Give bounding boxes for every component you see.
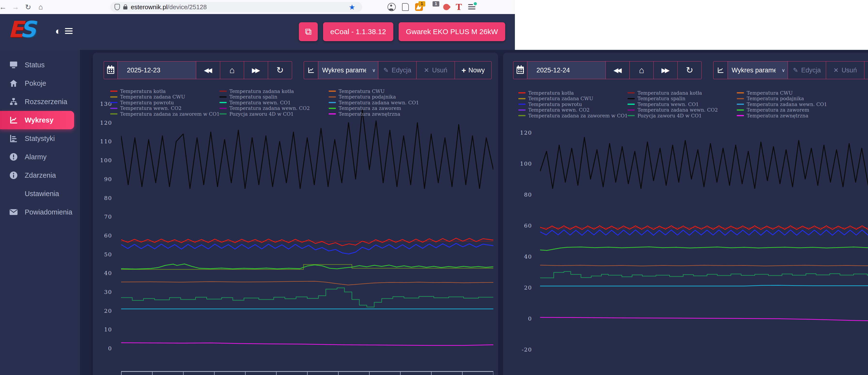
legend-swatch [110,91,118,92]
account-icon[interactable] [388,3,396,11]
legend-item: Temperatura zadana CWU [110,94,219,100]
legend-swatch [627,104,635,105]
today-button[interactable]: ⌂ [220,62,244,79]
sidebar-item-status[interactable]: Status [0,56,80,74]
legend-swatch [518,92,526,93]
tracking-shield-icon[interactable] [115,4,120,10]
sidebar-item-alarmy[interactable]: Alarmy [0,148,80,166]
unrendered-region [515,0,868,50]
chart-plot[interactable] [540,133,868,350]
prev-day-button[interactable]: ◀◀ [606,62,629,79]
series-podajnika [540,265,868,266]
chart-type-button[interactable] [713,62,727,79]
prev-day-button[interactable]: ◀◀ [196,62,220,79]
legend-swatch [219,91,227,92]
refresh-button[interactable]: ↻ [677,62,702,79]
plus-icon: + [461,66,466,75]
url-bar[interactable]: esterownik.pl/device/25128 ★ [110,2,362,12]
y-tick-label: 100 [505,160,532,167]
legend-label: Temperatura zadana wewn. CO1 [747,101,827,107]
extension-icon[interactable] [402,3,409,11]
legend-swatch [518,98,526,99]
y-tick-label: 130 [95,100,112,107]
device-name-button[interactable]: Gwarek EKO PLUS M 26kW [399,22,505,41]
legend-label: Temperatura kotła [528,90,574,96]
today-button[interactable]: ⌂ [629,62,653,79]
delete-chart-button[interactable]: ✕Usuń [416,62,455,79]
sidebar-item-zdarzenia[interactable]: Zdarzenia [0,166,80,185]
sidebar-collapse-icon[interactable] [65,27,73,35]
new-chart-button[interactable]: +Nowy [864,62,868,79]
legend-swatch [737,98,744,99]
copy-device-button[interactable]: ⧉ [299,22,318,41]
calendar-button[interactable] [104,62,118,79]
series-pozycja-zaworu [121,288,493,307]
legend-item: Temperatura powrotu [110,100,219,105]
y-tick-label: 60 [95,232,112,239]
legend-item: Temperatura powrotu [518,101,627,107]
sidebar-item-statystyki[interactable]: Statystyki [0,129,80,148]
calendar-button[interactable] [514,62,527,79]
date-input[interactable]: 2025-12-23 [118,62,196,79]
browser-reload-icon[interactable]: ↻ [22,3,34,11]
next-day-button[interactable]: ▶▶ [244,62,268,79]
y-tick-label: 80 [95,195,112,201]
series-powrotu [121,244,493,254]
sidebar-item-rozszerzenia[interactable]: Rozszerzenia [0,92,80,111]
home-icon [9,80,19,87]
alert-circle-icon [9,153,19,161]
t-extension-icon[interactable]: T [456,3,462,11]
browser-back-icon[interactable]: ← [0,3,9,11]
legend-swatch [627,110,635,111]
sidebar-item-wykresy[interactable]: Wykresy [0,111,74,129]
y-tick-label: -20 [505,346,532,353]
chart-line-icon [9,116,19,124]
adblock-shield-icon[interactable]: w 1 [429,3,437,11]
browser-home-icon[interactable]: ⌂ [34,3,47,11]
firmware-version-button[interactable]: eCoal - 1.1.38.12 [323,22,393,41]
legend-swatch [737,110,744,111]
legend-swatch [737,115,744,116]
lock-icon[interactable] [123,6,127,9]
date-input[interactable]: 2025-12-24 [527,62,606,79]
chart-toolbar: 2025-12-23 ◀◀ ⌂ ▶▶ ↻ Wykres parametr∨ ✎E… [93,61,498,79]
refresh-button[interactable]: ↻ [268,62,292,79]
series-spalin [121,110,493,188]
browser-forward-icon[interactable]: → [9,3,22,11]
edit-chart-button[interactable]: ✎Edycja [787,62,826,79]
sidebar-item-powiadomienia[interactable]: Powiadomienia [0,203,80,221]
series-powrotu [540,230,868,235]
legend-item: Temperatura kotła [110,88,219,94]
y-tick-label: 0 [95,345,112,352]
chart-type-button[interactable] [304,62,318,79]
y-tick-label: 70 [95,213,112,220]
fox-extension-icon[interactable]: 1 [415,3,423,11]
sidebar-item-pokoje[interactable]: Pokoje [0,74,80,92]
legend-item: Temperatura zadana za zaworem w CO1 [110,111,219,117]
sidebar-item-label: Pokoje [25,80,46,87]
sidebar-item-ustawienia[interactable]: Ustawienia [0,185,80,203]
legend-swatch [110,96,118,98]
legend-swatch [518,115,526,116]
new-chart-button[interactable]: +Nowy [455,62,491,79]
delete-label: Usuń [432,67,447,74]
chart-line-icon [717,67,724,73]
chart-select-dropdown[interactable]: Wykres parametr∨ [727,62,787,79]
sidebar-item-label: Rozszerzenia [25,98,67,106]
es-logo[interactable]: ES [8,19,33,41]
chart-select-dropdown[interactable]: Wykres parametr∨ [318,62,378,79]
main-content: Status Pokoje Rozszerzenia Wykresy Staty… [0,50,868,375]
bookmark-star-icon[interactable]: ★ [349,3,355,11]
theme-toggle-icon[interactable]: ◐ [55,26,61,36]
y-tick-label: 20 [95,308,112,314]
delete-chart-button[interactable]: ✕Usuń [826,62,864,79]
legend-label: Temperatura wewn. CO2 [120,105,182,111]
browser-menu-icon[interactable] [468,4,475,10]
legend-item: Temperatura zadana kotła [627,90,737,96]
drop-extension-icon[interactable] [442,3,451,11]
edit-chart-button[interactable]: ✎Edycja [378,62,416,79]
chart-plot[interactable] [121,104,493,350]
legend-item: Temperatura CWU [329,88,438,94]
next-day-button[interactable]: ▶▶ [653,62,677,79]
y-tick-label: 30 [95,288,112,295]
